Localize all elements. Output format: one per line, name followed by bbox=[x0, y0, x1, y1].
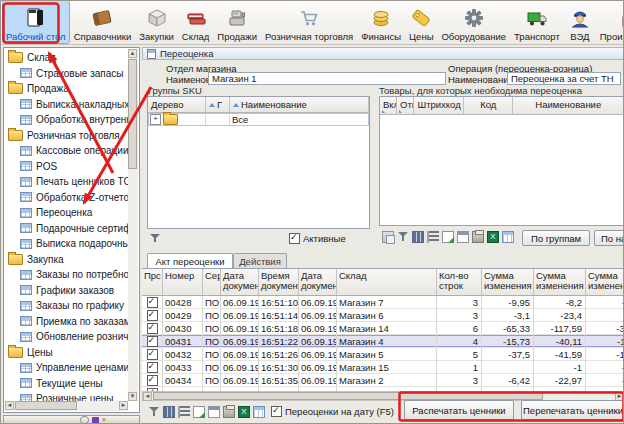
column-header[interactable]: Суммаизменения bbox=[534, 269, 586, 295]
tree-group[interactable]: Склад bbox=[5, 50, 128, 66]
row-checkbox[interactable] bbox=[147, 362, 158, 373]
tree-item[interactable]: Розничные цены bbox=[5, 391, 128, 401]
insert-row-icon[interactable] bbox=[193, 406, 205, 418]
menu-item-equipment[interactable]: Оборудование bbox=[438, 1, 509, 43]
column-header[interactable]: Номер bbox=[163, 269, 203, 295]
table-row[interactable]: 00434ПО06.09.1916:51:3506.09.19Магазин 2… bbox=[142, 374, 624, 387]
tree-item[interactable]: POS bbox=[5, 159, 128, 175]
operation-name-input[interactable]: Переоценка за счет ТН bbox=[507, 72, 621, 85]
menu-item-references[interactable]: Справочники bbox=[71, 1, 135, 43]
tree-group[interactable]: Цены bbox=[5, 345, 128, 361]
list-icon[interactable] bbox=[178, 406, 190, 418]
scroll-left-icon[interactable]: ◄ bbox=[143, 392, 152, 401]
column-header[interactable]: Код bbox=[464, 97, 512, 114]
grid-icon[interactable] bbox=[502, 231, 514, 243]
scrollbar-thumb[interactable] bbox=[15, 401, 77, 410]
sidebar-horizontal-scrollbar[interactable]: ◄ ► bbox=[5, 401, 128, 411]
tree-group[interactable]: Закупка bbox=[5, 252, 128, 268]
excel-icon[interactable] bbox=[238, 406, 250, 418]
column-header[interactable]: Вкл bbox=[380, 97, 397, 114]
scroll-right-icon[interactable]: ► bbox=[119, 401, 128, 410]
menu-item-sales[interactable]: Продажи bbox=[214, 1, 260, 43]
menu-item-retail[interactable]: Розничная торговля bbox=[262, 1, 356, 43]
table-row[interactable]: 00428ПО06.09.1916:51:1006.09.19Магазин 7… bbox=[142, 296, 624, 309]
by-groups-button[interactable]: По группам bbox=[522, 230, 590, 246]
column-header[interactable]: Кол-вострок bbox=[437, 269, 482, 295]
table-row[interactable]: 00433ПО06.09.1916:51:3006.09.19Магазин 1… bbox=[142, 361, 624, 374]
tree-item[interactable]: Выписка накладных bbox=[5, 97, 128, 113]
reprint-price-tags-button[interactable]: Перепечатать ценники bbox=[521, 400, 624, 420]
tree-item[interactable]: Приемка по заказам bbox=[5, 314, 128, 330]
column-header[interactable]: Прс bbox=[142, 269, 163, 295]
close-icon[interactable]: × bbox=[102, 417, 109, 423]
column-header[interactable]: Дерево bbox=[148, 97, 206, 112]
tree-item[interactable]: Печать ценников ТСД bbox=[5, 174, 128, 190]
by-markup-button[interactable]: По над bbox=[594, 230, 624, 246]
tree-item[interactable]: Обработка внутренних за bbox=[5, 112, 128, 128]
tree-item[interactable]: Страховые запасы bbox=[5, 66, 128, 82]
table-row[interactable]: 00430ПО06.09.1916:51:1806.09.19Магазин 1… bbox=[142, 322, 624, 335]
tree-item[interactable]: Заказы по потребностям bbox=[5, 267, 128, 283]
list-icon[interactable] bbox=[427, 231, 439, 243]
sidebar-vertical-scrollbar[interactable]: ▲ ▼ bbox=[128, 49, 138, 401]
column-header[interactable]: Отм bbox=[397, 97, 414, 114]
print-icon[interactable] bbox=[223, 406, 235, 418]
row-checkbox[interactable] bbox=[147, 375, 158, 386]
menu-item-transport[interactable]: Транспорт bbox=[511, 1, 563, 43]
column-header[interactable]: Датадокумент bbox=[221, 269, 259, 295]
tree-item[interactable]: Подарочные сертификаты bbox=[5, 221, 128, 237]
tree-group[interactable]: Продажа bbox=[5, 81, 128, 97]
column-header[interactable]: Штрихкод bbox=[414, 97, 464, 114]
tab-actions[interactable]: Действия bbox=[233, 253, 287, 268]
row-checkbox[interactable] bbox=[147, 297, 158, 308]
tree-item[interactable]: Обработка Z-отчетов bbox=[5, 190, 128, 206]
menu-item-warehouse[interactable]: Склад bbox=[179, 1, 213, 43]
tree-item[interactable]: Заказы по графику bbox=[5, 298, 128, 314]
menu-item-prices[interactable]: Цены bbox=[406, 1, 436, 43]
tab-revaluation-act[interactable]: Акт переоценки bbox=[147, 253, 233, 268]
column-header[interactable]: Суммаизменения bbox=[586, 269, 624, 295]
column-header[interactable]: Наименование bbox=[513, 97, 624, 114]
filter-icon[interactable] bbox=[397, 231, 409, 243]
excel-icon[interactable] bbox=[487, 231, 499, 243]
attach-icon[interactable] bbox=[382, 231, 394, 243]
menu-item-customs[interactable]: ВЭД bbox=[565, 1, 595, 43]
card-icon[interactable] bbox=[457, 231, 469, 243]
revaluation-date-checkbox[interactable]: Переоценки на дату (F5) bbox=[271, 406, 394, 417]
column-header[interactable]: Времядокумент bbox=[259, 269, 299, 295]
sku-root-row[interactable]: Все bbox=[148, 113, 369, 126]
table-row[interactable]: 00432ПО06.09.1916:51:2606.09.19Магазин 5… bbox=[142, 348, 624, 361]
table-row[interactable]: 00429ПО06.09.1916:51:1406.09.19Магазин 6… bbox=[142, 309, 624, 322]
tree-item[interactable]: Выписка подарочных сер bbox=[5, 236, 128, 252]
print-icon[interactable] bbox=[472, 231, 484, 243]
tree-item[interactable]: Графики заказов bbox=[5, 283, 128, 299]
scroll-up-icon[interactable]: ▲ bbox=[128, 49, 137, 58]
card-icon[interactable] bbox=[208, 406, 220, 418]
row-checkbox[interactable] bbox=[147, 323, 158, 334]
columns-icon[interactable] bbox=[412, 231, 424, 243]
menu-item-finance[interactable]: Финансы bbox=[358, 1, 404, 43]
scrollbar-thumb[interactable] bbox=[153, 392, 543, 400]
scroll-down-icon[interactable]: ▼ bbox=[128, 392, 137, 401]
grid-icon[interactable] bbox=[253, 406, 265, 418]
menu-item-production[interactable]: Производство bbox=[597, 1, 624, 43]
tree-item[interactable]: Переоценка bbox=[5, 205, 128, 221]
tree-item[interactable]: Обновление розничных ц bbox=[5, 329, 128, 345]
columns-icon[interactable] bbox=[163, 406, 175, 418]
print-price-tags-button[interactable]: Распечатать ценники bbox=[404, 400, 514, 420]
scroll-left-icon[interactable]: ◄ bbox=[5, 401, 14, 410]
row-checkbox[interactable] bbox=[147, 336, 158, 347]
row-checkbox[interactable] bbox=[147, 310, 158, 321]
scrollbar-thumb[interactable] bbox=[128, 59, 137, 169]
column-header[interactable]: Сери bbox=[203, 269, 221, 295]
tree-item[interactable]: Управление ценами bbox=[5, 360, 128, 376]
expand-icon[interactable] bbox=[150, 114, 161, 125]
collapsed-bottom-panel[interactable]: × bbox=[3, 415, 140, 424]
tree-item[interactable]: Кассовые операции bbox=[5, 143, 128, 159]
active-checkbox[interactable]: Активные bbox=[289, 233, 346, 244]
insert-row-icon[interactable] bbox=[442, 231, 454, 243]
table-row[interactable]: 00431ПО06.09.1916:51:2206.09.19Магазин 4… bbox=[142, 335, 624, 348]
tree-group[interactable]: Розничная торговля bbox=[5, 128, 128, 144]
column-header[interactable]: Суммаизменения bbox=[482, 269, 534, 295]
menu-item-workdesk[interactable]: Рабочий стол bbox=[3, 1, 69, 43]
